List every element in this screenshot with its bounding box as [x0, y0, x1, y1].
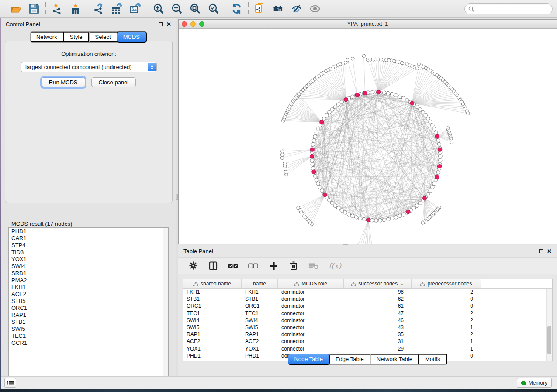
- network-window-titlebar[interactable]: YPA_prune.txt_1: [179, 20, 557, 29]
- table-cell: 43: [344, 324, 412, 330]
- mcds-hub-node[interactable]: [310, 148, 314, 151]
- open-file-icon[interactable]: [10, 3, 22, 15]
- gear-icon[interactable]: [188, 261, 198, 271]
- mcds-hub-node[interactable]: [438, 164, 442, 168]
- import-table-icon[interactable]: [69, 3, 82, 15]
- export-network-icon[interactable]: [93, 3, 105, 15]
- table-scrollbar[interactable]: [546, 289, 552, 361]
- result-scrollbar[interactable]: [163, 228, 168, 382]
- column-header-successor-nodes[interactable]: successor nodes⌄: [344, 279, 412, 288]
- result-node-item[interactable]: ACE2: [9, 291, 168, 298]
- mcds-hub-node[interactable]: [320, 120, 324, 124]
- mcds-result-list[interactable]: PHD1CAR1STP4TID3YOX1SWI4SRD1PMA2FKH1ACE2…: [8, 227, 169, 382]
- tab-node-table[interactable]: Node Table: [288, 354, 330, 365]
- show-selected-icon[interactable]: [309, 3, 321, 15]
- column-header-name[interactable]: name: [242, 279, 278, 288]
- result-node-item[interactable]: TEC1: [9, 333, 168, 340]
- tab-network[interactable]: Network: [31, 32, 64, 42]
- export-image-icon[interactable]: [129, 3, 142, 15]
- result-node-item[interactable]: YOX1: [9, 256, 168, 263]
- result-node-item[interactable]: ORC1: [9, 305, 168, 312]
- result-node-item[interactable]: PMA2: [9, 277, 168, 284]
- deselect-all-icon[interactable]: [248, 261, 259, 271]
- result-node-item[interactable]: SWI4: [9, 263, 168, 270]
- tab-select[interactable]: Select: [89, 32, 118, 42]
- table-row[interactable]: YOX1YOX1connector291: [183, 345, 552, 352]
- zoom-fit-icon[interactable]: [189, 3, 201, 15]
- tab-style[interactable]: Style: [64, 32, 89, 42]
- save-session-icon[interactable]: [28, 3, 40, 15]
- mcds-hub-node[interactable]: [410, 101, 414, 105]
- mcds-hub-node[interactable]: [377, 90, 381, 94]
- mcds-hub-node[interactable]: [435, 134, 439, 138]
- mcds-hub-node[interactable]: [323, 193, 327, 197]
- result-node-item[interactable]: PHD1: [9, 228, 168, 235]
- control-panel-tabs: NetworkStyleSelectMCDS: [30, 31, 147, 43]
- tab-motifs[interactable]: Motifs: [419, 354, 447, 364]
- mcds-hub-node[interactable]: [366, 218, 370, 222]
- network-graph[interactable]: [179, 29, 557, 244]
- mcds-hub-node[interactable]: [438, 148, 442, 151]
- hide-selected-icon[interactable]: [291, 3, 303, 15]
- table-row[interactable]: RAP1RAP1dominator352: [183, 331, 552, 338]
- result-node-item[interactable]: CAR1: [9, 235, 168, 242]
- criterion-select[interactable]: largest connected component (undirected): [21, 62, 157, 72]
- zoom-in-icon[interactable]: [152, 3, 165, 15]
- mcds-hub-node[interactable]: [435, 175, 439, 179]
- float-window-icon[interactable]: [539, 249, 543, 253]
- add-icon[interactable]: [268, 261, 279, 271]
- table-cell: FKH1: [242, 289, 278, 295]
- zoom-selected-icon[interactable]: [208, 3, 220, 15]
- search-input[interactable]: [476, 6, 549, 12]
- memory-button[interactable]: Memory: [517, 378, 552, 388]
- column-header-shared-name[interactable]: shared name: [183, 279, 242, 288]
- delete-icon[interactable]: [288, 261, 299, 271]
- home-icon[interactable]: [272, 3, 284, 15]
- table-row[interactable]: ACE2ACE2connector311: [183, 338, 552, 345]
- result-node-item[interactable]: RAP1: [9, 312, 168, 319]
- result-node-item[interactable]: STB5: [9, 298, 168, 305]
- result-node-item[interactable]: TID3: [9, 249, 168, 256]
- main-toolbar: [0, 0, 557, 18]
- table-row[interactable]: SWI4SWI4dominator462: [183, 317, 552, 324]
- close-panel-button[interactable]: Close panel: [91, 77, 136, 87]
- refresh-icon[interactable]: [231, 3, 243, 15]
- table-row[interactable]: FKH1FKH1dominator962: [183, 289, 552, 296]
- result-node-item[interactable]: SWI5: [9, 326, 168, 333]
- result-node-item[interactable]: FKH1: [9, 284, 168, 291]
- table-row[interactable]: SWI5SWI5connector431: [183, 324, 552, 331]
- mcds-hub-node[interactable]: [312, 170, 316, 174]
- import-network-icon[interactable]: [51, 3, 63, 15]
- run-mcds-button[interactable]: Run MCDS: [42, 77, 85, 87]
- mcds-hub-node[interactable]: [422, 196, 426, 200]
- mcds-hub-node[interactable]: [355, 93, 359, 97]
- tab-edge-table[interactable]: Edge Table: [329, 354, 370, 364]
- table-row[interactable]: TEC1TEC1connector472: [183, 310, 552, 317]
- mcds-hub-node[interactable]: [406, 210, 410, 214]
- column-header-predecessor-nodes[interactable]: predecessor nodes: [412, 279, 481, 288]
- column-header-MCDS-role[interactable]: MCDS role: [278, 279, 344, 288]
- zoom-out-icon[interactable]: [171, 3, 183, 15]
- mcds-hub-node[interactable]: [310, 154, 314, 158]
- table-row[interactable]: ORC1ORC1dominator610: [183, 303, 552, 309]
- search-box[interactable]: [464, 3, 553, 14]
- columns-icon[interactable]: [208, 261, 218, 271]
- mcds-hub-node[interactable]: [344, 98, 348, 102]
- export-table-icon[interactable]: [111, 3, 123, 15]
- result-node-item[interactable]: SRD1: [9, 270, 168, 277]
- network-canvas[interactable]: [179, 29, 557, 244]
- tab-network-table[interactable]: Network Table: [370, 354, 419, 364]
- result-node-item[interactable]: STP4: [9, 242, 168, 249]
- close-panel-icon[interactable]: ✕: [166, 22, 171, 26]
- share-network-icon[interactable]: [254, 3, 266, 15]
- float-window-icon[interactable]: [159, 22, 163, 26]
- close-panel-icon[interactable]: ✕: [547, 249, 552, 253]
- mcds-hub-node[interactable]: [363, 91, 367, 95]
- log-console-button[interactable]: [4, 378, 16, 388]
- table-row[interactable]: STB1STB1dominator620: [183, 296, 552, 303]
- memory-status-icon: [521, 381, 526, 385]
- result-node-item[interactable]: STB1: [9, 319, 168, 326]
- select-all-icon[interactable]: [228, 261, 239, 271]
- result-node-item[interactable]: GCR1: [9, 340, 168, 347]
- tab-mcds[interactable]: MCDS: [117, 31, 147, 43]
